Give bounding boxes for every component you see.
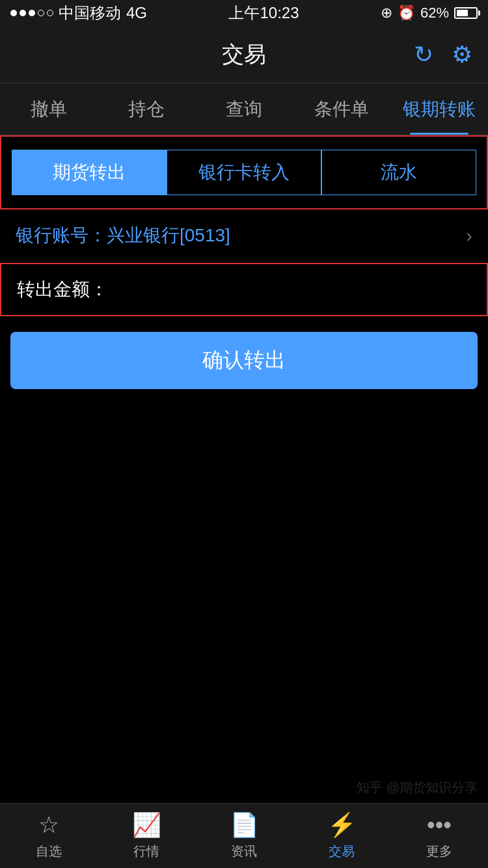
tab-查询-label: 查询	[226, 97, 262, 122]
header: 交易 ↻ ⚙	[0, 26, 488, 83]
bank-account-text: 银行账号：兴业银行[0513]	[16, 223, 230, 248]
alarm-icon: ⏰	[398, 5, 415, 21]
nav-label-更多: 更多	[426, 843, 452, 860]
news-icon: 📄	[230, 811, 259, 839]
header-icons: ↻ ⚙	[414, 41, 472, 68]
status-right: ⊕ ⏰ 62%	[381, 5, 478, 21]
sub-tab-银行卡转入-label: 银行卡转入	[198, 160, 290, 185]
dot1	[10, 10, 17, 16]
tab-银期转账-label: 银期转账	[403, 97, 476, 122]
dot3	[29, 10, 35, 16]
nav-item-自选[interactable]: ☆ 自选	[0, 811, 98, 860]
nav-item-资讯[interactable]: 📄 资讯	[195, 811, 293, 860]
transfer-amount-label: 转出金额：	[17, 277, 108, 302]
tab-银期转账[interactable]: 银期转账	[390, 83, 488, 135]
nav-item-更多[interactable]: ••• 更多	[390, 811, 488, 860]
dot4	[38, 10, 44, 16]
sub-tab-期货转出[interactable]: 期货转出	[12, 150, 167, 195]
transfer-amount-input[interactable]	[113, 279, 471, 300]
tab-撤单-label: 撤单	[31, 97, 67, 122]
bank-account-highlight: [0513]	[180, 225, 230, 245]
nav-label-交易: 交易	[329, 843, 355, 860]
tab-持仓[interactable]: 持仓	[98, 83, 195, 135]
settings-icon[interactable]: ⚙	[452, 41, 472, 68]
bottom-nav: ☆ 自选 📈 行情 📄 资讯 ⚡ 交易 ••• 更多	[0, 803, 488, 868]
nav-item-行情[interactable]: 📈 行情	[98, 811, 195, 860]
content: 银行账号：兴业银行[0513] › 转出金额： 确认转出	[0, 210, 488, 389]
location-icon: ⊕	[381, 5, 392, 21]
top-tabs: 撤单 持仓 查询 条件单 银期转账	[0, 83, 488, 135]
status-left: 中国移动 4G	[10, 3, 147, 23]
star-icon: ☆	[38, 811, 59, 839]
carrier-label: 中国移动	[59, 3, 121, 23]
status-bar: 中国移动 4G 上午10:23 ⊕ ⏰ 62%	[0, 0, 488, 26]
sub-tabs: 期货转出 银行卡转入 流水	[0, 135, 488, 210]
bank-account-prefix: 银行账号：兴业银行	[16, 225, 180, 245]
nav-item-交易[interactable]: ⚡ 交易	[293, 811, 390, 860]
tab-条件单[interactable]: 条件单	[293, 83, 390, 135]
network-label: 4G	[126, 4, 147, 22]
tab-条件单-label: 条件单	[314, 97, 369, 122]
bank-account-row[interactable]: 银行账号：兴业银行[0513] ›	[0, 210, 488, 262]
page-title: 交易	[222, 40, 266, 70]
time-label: 上午10:23	[228, 3, 299, 23]
chart-icon: 📈	[132, 811, 161, 839]
dot5	[47, 10, 53, 16]
transfer-amount-row: 转出金额：	[0, 263, 488, 316]
battery-percent: 62%	[420, 5, 449, 21]
chevron-right-icon: ›	[466, 224, 472, 247]
watermark: 知乎 @期货知识分享	[357, 779, 478, 796]
battery-icon	[454, 7, 478, 19]
confirm-transfer-button[interactable]: 确认转出	[10, 332, 478, 389]
tab-查询[interactable]: 查询	[195, 83, 293, 135]
dot2	[20, 10, 26, 16]
sub-tab-流水[interactable]: 流水	[321, 150, 476, 195]
tab-撤单[interactable]: 撤单	[0, 83, 98, 135]
sub-tab-银行卡转入[interactable]: 银行卡转入	[167, 150, 321, 195]
nav-label-行情: 行情	[133, 843, 159, 860]
sub-tab-流水-label: 流水	[381, 160, 417, 185]
trade-icon: ⚡	[327, 811, 357, 839]
tab-持仓-label: 持仓	[128, 97, 165, 122]
battery-fill	[457, 10, 468, 16]
signal-dots	[10, 10, 53, 16]
sub-tab-期货转出-label: 期货转出	[53, 160, 126, 185]
refresh-icon[interactable]: ↻	[414, 41, 433, 68]
confirm-transfer-label: 确认转出	[202, 346, 286, 375]
nav-label-自选: 自选	[36, 843, 62, 860]
nav-label-资讯: 资讯	[231, 843, 257, 860]
more-icon: •••	[427, 811, 452, 839]
